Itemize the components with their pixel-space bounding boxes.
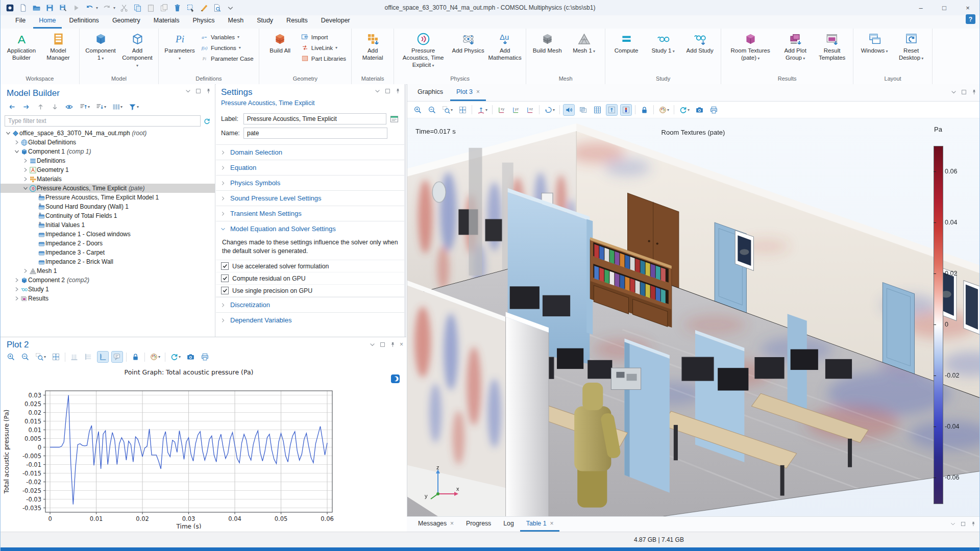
redo-icon[interactable]: [103, 4, 111, 12]
menu-file[interactable]: File: [10, 15, 31, 29]
point-graph[interactable]: Point Graph: Total acoustic pressure (Pa…: [1, 363, 406, 529]
delete-icon[interactable]: [173, 4, 182, 12]
lock-button[interactable]: [639, 105, 650, 115]
checkbox-icon[interactable]: [221, 287, 229, 294]
expand-list-button[interactable]: ▾: [94, 102, 107, 112]
label-field[interactable]: [243, 113, 386, 124]
camera-button[interactable]: [185, 352, 196, 362]
tree-node-component-1[interactable]: Component 1(comp 1): [1, 147, 215, 156]
build-mesh-button[interactable]: Build Mesh: [529, 31, 565, 55]
help-button[interactable]: ?: [966, 14, 975, 24]
tree-node-materials[interactable]: Materials: [1, 174, 215, 184]
close-icon[interactable]: ×: [400, 341, 403, 348]
zoom-extents-button[interactable]: [457, 105, 468, 115]
chevron-down-icon[interactable]: [369, 341, 376, 348]
checkbox-use-accelerated-solver-formulation[interactable]: Use accelerated solver formulation: [216, 260, 404, 272]
section-header-dependent-variables[interactable]: Dependent Variables: [216, 313, 404, 328]
lock-button[interactable]: [130, 352, 141, 362]
arrow-down-button[interactable]: [50, 102, 60, 112]
pressure-acoustics-time-explicit-button[interactable]: Pressure Acoustics, Time Explicit ▾: [397, 31, 449, 68]
tree-node-office-space-63-30t0-n4-ma-out-mph[interactable]: office_space_63_30T0_N4_ma_out.mph(root): [1, 129, 215, 138]
cut-icon[interactable]: [120, 4, 129, 12]
camera-button[interactable]: [694, 105, 705, 115]
build-all-button[interactable]: Build All: [262, 31, 298, 55]
close-icon[interactable]: ×: [450, 520, 454, 527]
collapse-arrow-icon[interactable]: [5, 130, 12, 137]
zoom-out-button[interactable]: [427, 105, 437, 115]
color-legend-button[interactable]: [621, 105, 631, 115]
tree-node-mesh-1[interactable]: Mesh 1: [1, 266, 215, 276]
arrow-right-button[interactable]: [21, 102, 32, 112]
duplicate-icon[interactable]: [160, 4, 168, 12]
tree-node-impedance-2-doors[interactable]: Impedance 2 - Doors: [1, 239, 215, 248]
checkbox-icon[interactable]: [221, 274, 229, 282]
new-doc-icon[interactable]: [19, 4, 28, 12]
parameters-button[interactable]: PiParameters ▾: [162, 31, 198, 62]
speaker-button[interactable]: [564, 105, 574, 115]
rename-icon[interactable]: [389, 114, 399, 124]
add-study-button[interactable]: Add Study: [682, 31, 718, 55]
paste-icon[interactable]: [146, 4, 155, 12]
undo-icon[interactable]: [85, 4, 94, 12]
close-icon[interactable]: ×: [550, 520, 553, 527]
axis-orientation-button[interactable]: ▾: [476, 105, 488, 115]
show-button[interactable]: [64, 102, 75, 112]
view-yz-button[interactable]: yz: [510, 105, 521, 115]
x-grid-button[interactable]: [69, 352, 80, 362]
collapse-list-button[interactable]: ▾: [78, 102, 91, 112]
menu-results[interactable]: Results: [281, 15, 313, 29]
checkbox-compute-residual-on-gpu[interactable]: Compute residual on GPU: [216, 272, 404, 285]
print-button[interactable]: [708, 105, 719, 115]
menu-mesh[interactable]: Mesh: [223, 15, 250, 29]
float-icon[interactable]: [960, 521, 966, 527]
reset-desktop-button[interactable]: Reset Desktop ▾: [893, 31, 929, 62]
preview-icon[interactable]: [200, 4, 208, 12]
y-axis-button[interactable]: [97, 352, 108, 362]
menu-study[interactable]: Study: [251, 15, 279, 29]
section-header-physics-symbols[interactable]: Physics Symbols: [216, 176, 404, 190]
refresh-button[interactable]: ▾: [678, 105, 691, 115]
tree-node-sound-hard-boundary-wall-1[interactable]: DSound Hard Boundary (Wall) 1: [1, 202, 215, 211]
chevron-down-icon[interactable]: [950, 521, 956, 527]
tree-node-pressure-acoustics-time-explicit[interactable]: Pressure Acoustics, Time Explicit(pate): [1, 184, 215, 193]
close-button[interactable]: ×: [956, 0, 979, 15]
columns-button[interactable]: ▾: [111, 102, 124, 112]
result-templates-button[interactable]: Result Templates: [814, 31, 850, 62]
expand-arrow-icon[interactable]: [22, 267, 29, 274]
zoom-box-button[interactable]: ▾: [34, 352, 47, 362]
tree-node-pressure-acoustics-time-explicit-model-1[interactable]: DPressure Acoustics, Time Explicit Model…: [1, 193, 215, 202]
copy-icon[interactable]: [133, 4, 142, 12]
import-button[interactable]: Import: [301, 33, 346, 41]
print-button[interactable]: [200, 352, 210, 362]
tree-node-initial-values-1[interactable]: DInitial Values 1: [1, 220, 215, 230]
refresh-button[interactable]: ▾: [169, 352, 182, 362]
minimize-button[interactable]: –: [909, 0, 933, 15]
zoom-out-button[interactable]: [20, 352, 31, 362]
float-icon[interactable]: [384, 88, 391, 94]
tab-table-1[interactable]: Table 1×: [520, 518, 560, 532]
chevron-down-icon[interactable]: [950, 89, 957, 95]
zoom-in-button[interactable]: [6, 352, 16, 362]
checkbox-use-single-precision-on-gpu[interactable]: Use single precision on GPU: [216, 285, 404, 297]
transparency-button[interactable]: [578, 105, 589, 115]
tab-progress[interactable]: Progress: [460, 518, 497, 532]
float-icon[interactable]: [961, 89, 967, 95]
menu-physics[interactable]: Physics: [187, 15, 220, 29]
tree-node-results[interactable]: Results: [1, 294, 215, 303]
section-header-sound-pressure-level-settings[interactable]: Sound Pressure Level Settings: [216, 191, 404, 206]
run-icon[interactable]: [72, 4, 81, 12]
tab-messages[interactable]: Messages×: [412, 518, 460, 532]
functions-button[interactable]: f(x)Functions▾: [201, 44, 254, 52]
variables-button[interactable]: a=Variables▾: [201, 33, 254, 41]
expand-arrow-icon[interactable]: [22, 176, 29, 183]
section-header-equation[interactable]: Equation: [216, 160, 404, 175]
room-textures-pate-button[interactable]: Room Textures (pate) ▾: [724, 31, 776, 62]
add-material-button[interactable]: Add Material: [355, 31, 390, 62]
expand-arrow-icon[interactable]: [22, 166, 29, 173]
zoom-extents-button[interactable]: [51, 352, 61, 362]
arrow-up-button[interactable]: [35, 102, 46, 112]
menu-home[interactable]: Home: [33, 15, 61, 29]
room-3d-view[interactable]: [407, 118, 980, 516]
filter-button[interactable]: ▾: [127, 102, 140, 112]
mesh-1-button[interactable]: Mesh 1 ▾: [566, 31, 602, 55]
